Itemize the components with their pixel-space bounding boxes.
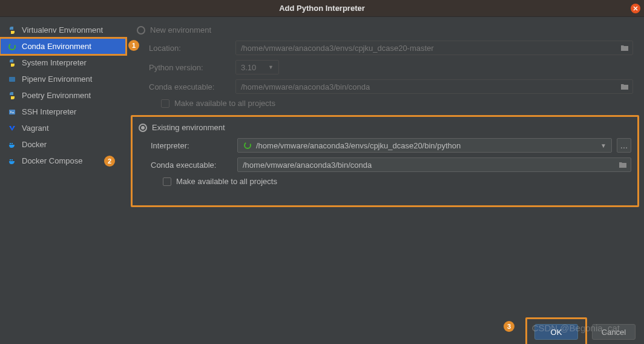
svg-rect-6 bbox=[12, 159, 13, 160]
docker-compose-icon bbox=[7, 156, 17, 166]
sidebar-item-vagrant[interactable]: Vagrant bbox=[0, 120, 126, 136]
radio-icon bbox=[137, 26, 145, 35]
existing-env-section: Existing environment Interpreter: /home/… bbox=[131, 115, 639, 207]
main-area: Virtualenv Environment Conda Environment… bbox=[0, 17, 644, 320]
python-version-select: 3.10 ▼ bbox=[235, 60, 279, 74]
svg-rect-1 bbox=[9, 77, 15, 82]
python-icon bbox=[7, 25, 17, 35]
annotation-badge-1: 1 bbox=[128, 40, 139, 51]
sidebar-item-label: Poetry Environment bbox=[22, 91, 91, 100]
conda-exec-input: /home/vmware/anaconda3/bin/conda bbox=[235, 79, 633, 94]
sidebar-item-pipenv[interactable]: Pipenv Environment bbox=[0, 71, 126, 87]
docker-icon bbox=[7, 140, 17, 150]
sidebar-item-system[interactable]: System Interpreter bbox=[0, 55, 126, 71]
annotation-badge-3: 3 bbox=[504, 321, 514, 332]
conda-icon bbox=[7, 42, 17, 51]
sidebar-item-docker[interactable]: Docker bbox=[0, 136, 126, 153]
python-icon bbox=[7, 58, 17, 68]
folder-icon bbox=[620, 44, 629, 51]
radio-icon bbox=[139, 124, 147, 132]
titlebar: Add Python Interpreter bbox=[0, 0, 644, 17]
interpreter-select[interactable]: /home/vmware/anaconda3/envs/cpjku_dcase2… bbox=[237, 138, 612, 153]
close-icon[interactable] bbox=[631, 4, 640, 13]
pipenv-icon bbox=[7, 74, 17, 84]
radio-label: Existing environment bbox=[152, 123, 225, 132]
location-value: /home/vmware/anaconda3/envs/cpjku_dcase2… bbox=[241, 44, 434, 53]
sidebar: Virtualenv Environment Conda Environment… bbox=[0, 17, 126, 320]
sidebar-item-virtualenv[interactable]: Virtualenv Environment bbox=[0, 22, 126, 38]
conda-exec-label-2: Conda executable: bbox=[151, 160, 232, 170]
sidebar-item-label: Virtualenv Environment bbox=[22, 25, 103, 35]
interpreter-label: Interpreter: bbox=[151, 141, 232, 150]
cancel-button[interactable]: Cancel bbox=[592, 324, 636, 340]
sidebar-item-label: System Interpreter bbox=[22, 58, 87, 67]
svg-point-0 bbox=[9, 44, 15, 50]
sidebar-item-label: Vagrant bbox=[22, 124, 49, 133]
sidebar-item-label: Docker bbox=[22, 140, 47, 149]
make-available-label-2: Make available to all projects bbox=[176, 177, 277, 186]
sidebar-item-ssh[interactable]: SSH Interpreter bbox=[0, 104, 126, 120]
location-label: Location: bbox=[149, 44, 231, 53]
folder-icon[interactable] bbox=[619, 161, 627, 168]
interpreter-value: /home/vmware/anaconda3/envs/cpjku_dcase2… bbox=[256, 141, 461, 150]
chevron-down-icon: ▼ bbox=[600, 142, 606, 149]
sidebar-item-label: Conda Environment bbox=[22, 42, 91, 51]
svg-rect-3 bbox=[10, 143, 11, 144]
annotation-badge-2: 2 bbox=[104, 156, 115, 167]
ok-annotation-box: OK bbox=[525, 317, 587, 344]
chevron-down-icon: ▼ bbox=[268, 64, 274, 70]
make-available-label: Make available to all projects bbox=[174, 99, 275, 108]
conda-exec-input-2[interactable]: /home/vmware/anaconda3/bin/conda bbox=[237, 157, 631, 172]
svg-point-7 bbox=[245, 142, 251, 148]
window-title: Add Python Interpreter bbox=[279, 4, 365, 13]
sidebar-item-poetry[interactable]: Poetry Environment bbox=[0, 87, 126, 104]
radio-existing-environment[interactable]: Existing environment bbox=[139, 123, 631, 132]
browse-button[interactable]: … bbox=[617, 138, 631, 153]
radio-label: New environment bbox=[150, 25, 211, 35]
sidebar-item-conda[interactable]: Conda Environment bbox=[0, 38, 126, 55]
vagrant-icon bbox=[7, 124, 17, 133]
ssh-icon bbox=[7, 107, 17, 117]
radio-new-environment[interactable]: New environment bbox=[137, 25, 633, 35]
content-pane: New environment Location: /home/vmware/a… bbox=[126, 17, 644, 320]
sidebar-item-label: Pipenv Environment bbox=[22, 74, 92, 84]
make-available-checkbox bbox=[161, 99, 169, 108]
folder-icon bbox=[620, 83, 629, 90]
location-input: /home/vmware/anaconda3/envs/cpjku_dcase2… bbox=[235, 41, 633, 55]
sidebar-item-label: SSH Interpreter bbox=[22, 107, 76, 116]
python-version-value: 3.10 bbox=[241, 63, 256, 72]
svg-rect-5 bbox=[10, 159, 11, 160]
conda-icon bbox=[243, 141, 252, 150]
conda-exec-label: Conda executable: bbox=[149, 82, 231, 91]
make-available-checkbox-2[interactable] bbox=[163, 177, 171, 186]
poetry-icon bbox=[7, 91, 17, 101]
svg-rect-4 bbox=[12, 143, 13, 144]
sidebar-item-label: Docker Compose bbox=[22, 156, 82, 165]
conda-exec-value-2: /home/vmware/anaconda3/bin/conda bbox=[243, 160, 372, 170]
conda-exec-value: /home/vmware/anaconda3/bin/conda bbox=[241, 82, 370, 91]
python-version-label: Python version: bbox=[149, 63, 231, 72]
footer: OK Cancel bbox=[0, 320, 644, 344]
ok-button[interactable]: OK bbox=[534, 324, 578, 340]
